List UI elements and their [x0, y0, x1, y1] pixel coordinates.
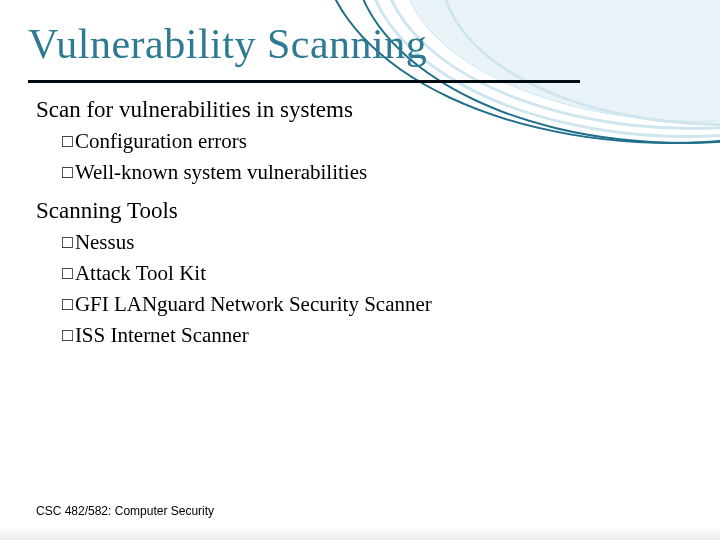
body-content: Scan for vulnerabilities in systems □Con…	[36, 92, 676, 352]
list-item: □Nessus	[62, 228, 676, 257]
square-bullet-icon: □	[62, 233, 73, 251]
square-bullet-icon: □	[62, 326, 73, 344]
square-bullet-icon: □	[62, 163, 73, 181]
list-item: □GFI LANguard Network Security Scanner	[62, 290, 676, 319]
list-item-text: Attack Tool Kit	[75, 261, 206, 285]
square-bullet-icon: □	[62, 264, 73, 282]
footer-text: CSC 482/582: Computer Security	[36, 504, 214, 518]
section-heading: Scanning Tools	[36, 195, 676, 226]
list-item-text: ISS Internet Scanner	[75, 323, 249, 347]
list-item: □Configuration errors	[62, 127, 676, 156]
title-underline	[28, 80, 580, 83]
section-heading: Scan for vulnerabilities in systems	[36, 94, 676, 125]
slide-title: Vulnerability Scanning	[28, 20, 427, 68]
list-item: □Attack Tool Kit	[62, 259, 676, 288]
list-item-text: Well-known system vulnerabilities	[75, 160, 367, 184]
bottom-gradient	[0, 528, 720, 540]
list-item-text: GFI LANguard Network Security Scanner	[75, 292, 432, 316]
list-item: □Well-known system vulnerabilities	[62, 158, 676, 187]
slide: Vulnerability Scanning Scan for vulnerab…	[0, 0, 720, 540]
list-item: □ISS Internet Scanner	[62, 321, 676, 350]
square-bullet-icon: □	[62, 132, 73, 150]
list-item-text: Nessus	[75, 230, 135, 254]
square-bullet-icon: □	[62, 295, 73, 313]
list-item-text: Configuration errors	[75, 129, 247, 153]
